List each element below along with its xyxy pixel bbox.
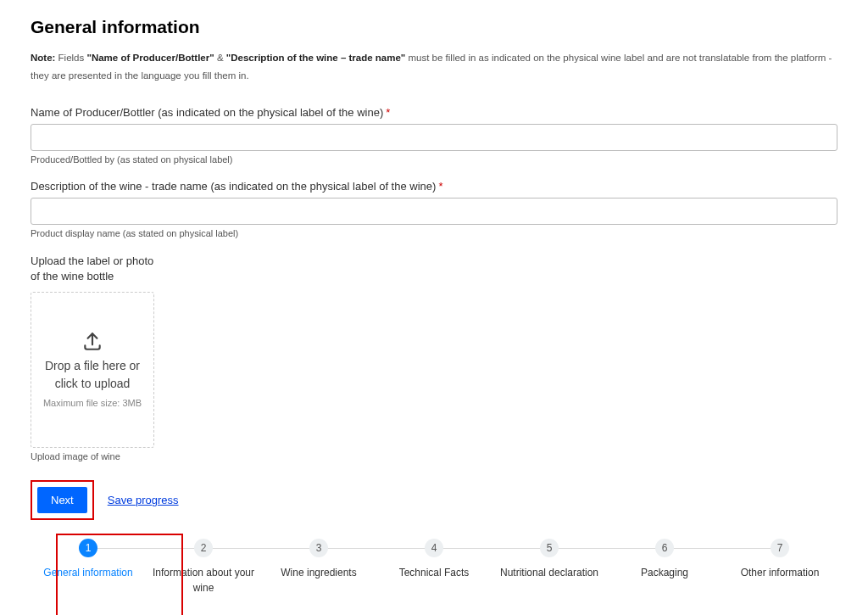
stepper: 1 General information 2 Information abou… bbox=[31, 539, 837, 595]
upload-dropzone[interactable]: Drop a file here or click to upload Maxi… bbox=[31, 292, 154, 448]
required-indicator: * bbox=[386, 106, 390, 119]
step-label: Technical Facts bbox=[376, 566, 492, 580]
upload-field-group: Upload the label or photo of the wine bo… bbox=[31, 254, 837, 461]
description-label: Description of the wine - trade name (as… bbox=[31, 180, 837, 193]
actions-row: Next Save progress bbox=[31, 480, 837, 520]
step-nutritional-declaration[interactable]: 5 Nutritional declaration bbox=[492, 539, 607, 580]
step-number: 5 bbox=[540, 539, 559, 557]
note-text: Note: Fields "Name of Producer/Bottler" … bbox=[31, 49, 837, 84]
step-label: Other information bbox=[722, 566, 837, 580]
step-number: 3 bbox=[309, 539, 328, 557]
save-progress-link[interactable]: Save progress bbox=[108, 494, 179, 506]
dropzone-main-text: Drop a file here or click to upload bbox=[38, 357, 147, 392]
step-packaging[interactable]: 6 Packaging bbox=[607, 539, 722, 580]
step-technical-facts[interactable]: 4 Technical Facts bbox=[376, 539, 492, 580]
next-highlight-box: Next bbox=[31, 480, 94, 520]
producer-input[interactable] bbox=[31, 124, 837, 151]
step-wine-ingredients[interactable]: 3 Wine ingredients bbox=[261, 539, 376, 580]
step-number: 6 bbox=[655, 539, 674, 557]
next-button[interactable]: Next bbox=[37, 487, 87, 513]
step-general-information[interactable]: 1 General information bbox=[31, 539, 146, 580]
producer-label: Name of Producer/Bottler (as indicated o… bbox=[31, 106, 837, 119]
step-number: 4 bbox=[425, 539, 443, 557]
upload-label: Upload the label or photo of the wine bo… bbox=[31, 254, 200, 283]
step-number: 2 bbox=[194, 539, 213, 557]
step-number: 1 bbox=[79, 539, 97, 557]
upload-helper: Upload image of wine bbox=[31, 451, 837, 461]
description-field-group: Description of the wine - trade name (as… bbox=[31, 180, 837, 238]
producer-field-group: Name of Producer/Bottler (as indicated o… bbox=[31, 106, 837, 165]
page-title: General information bbox=[31, 17, 837, 37]
dropzone-sub-text: Maximum file size: 3MB bbox=[43, 397, 142, 410]
step-label: General information bbox=[31, 566, 146, 580]
upload-icon bbox=[81, 330, 103, 352]
step-other-information[interactable]: 7 Other information bbox=[722, 539, 837, 580]
step-label: Nutritional declaration bbox=[492, 566, 607, 580]
description-input[interactable] bbox=[31, 198, 837, 225]
step-label: Packaging bbox=[607, 566, 722, 580]
required-indicator: * bbox=[438, 180, 442, 193]
producer-helper: Produced/Bottled by (as stated on physic… bbox=[31, 154, 837, 165]
note-prefix: Note: bbox=[31, 53, 55, 63]
description-helper: Product display name (as stated on physi… bbox=[31, 228, 837, 238]
step-label: Information about your wine bbox=[146, 566, 261, 595]
step-number: 7 bbox=[771, 539, 789, 557]
step-label: Wine ingredients bbox=[261, 566, 376, 580]
